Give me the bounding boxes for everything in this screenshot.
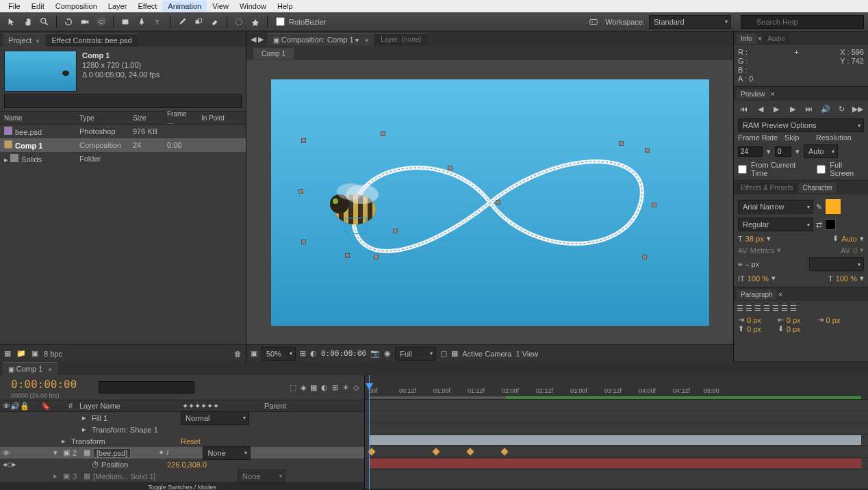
motion-blur-icon[interactable]: ◐ [321,383,328,392]
prev-frame-button[interactable]: ◀ [755,103,766,114]
fontsize-value[interactable]: 38 px [745,235,764,243]
rotobezier-checkbox[interactable] [276,17,285,26]
justify-all-icon[interactable]: ☰ [790,304,797,313]
comp-mini-flow-icon[interactable]: ⬚ [290,383,296,392]
last-frame-button[interactable]: ⏭ [804,103,815,114]
eyedropper-icon[interactable]: ✎ [816,203,822,211]
timeline-row-position[interactable]: ◂◇▸⏱ Position226.0,308.0 [0,459,364,470]
align-left-icon[interactable]: ☰ [737,304,743,313]
project-search[interactable] [4,94,242,108]
project-item-comp1[interactable]: Comp 1 Composition 24 0:00 [0,138,246,152]
menu-edit[interactable]: Edit [26,1,50,12]
type-tool[interactable]: T [151,14,166,29]
timeline-tracks[interactable]: 00f 00:12f 01:00f 01:12f 02:00f 02:12f 0… [365,375,868,490]
trash-icon[interactable]: 🗑 [234,350,242,358]
tab-info[interactable]: Info [737,34,756,44]
interpret-icon[interactable]: ▦ [4,349,11,358]
menu-view[interactable]: View [207,1,234,12]
viewer[interactable] [246,60,733,344]
timeline-row-fill[interactable]: ▸Fill 1Normal [0,412,364,424]
menu-composition[interactable]: Composition [50,1,103,12]
tab-preview[interactable]: Preview [737,89,769,99]
skip-input[interactable] [775,146,791,157]
roto-brush-tool[interactable] [231,14,246,29]
time-ruler[interactable]: 00f 00:12f 01:00f 01:12f 02:00f 02:12f 0… [365,375,868,400]
stroke-style-dropdown[interactable] [809,257,864,271]
justify-left-icon[interactable]: ☰ [763,304,770,313]
tab-character[interactable]: Character [799,183,837,193]
font-dropdown[interactable]: Arial Narrow [738,200,813,214]
workspace-dropdown[interactable]: Standard [649,15,731,29]
clone-tool[interactable] [191,14,206,29]
keyframe[interactable] [500,448,508,455]
parent-dropdown[interactable]: None [238,469,285,483]
search-help-input[interactable] [741,15,864,29]
timeline-search[interactable] [99,381,194,394]
menu-animation[interactable]: Animation [162,1,207,12]
zoom-tool[interactable] [37,14,52,29]
frame-blend-icon[interactable]: ▦ [310,383,317,392]
camera-tool[interactable] [77,14,92,29]
preview-res-dropdown[interactable]: Auto [804,144,838,158]
mute-button[interactable]: 🔊 [820,103,831,114]
leading-value[interactable]: Auto [841,235,857,243]
camera-label[interactable]: Active Camera [462,350,511,358]
tab-project[interactable]: Project× [3,34,45,47]
ram-options-dropdown[interactable]: RAM Preview Options [738,118,864,132]
stroke-color-swatch[interactable] [825,219,836,230]
folder-icon[interactable]: 📁 [16,349,26,358]
tab-composition[interactable]: ▣ Composition: Comp 1 ▾ × [268,33,374,46]
pen-tool[interactable] [134,14,149,29]
fontstyle-dropdown[interactable]: Regular [738,218,813,231]
bpc-label[interactable]: 8 bpc [44,350,62,358]
bee-layer[interactable] [324,175,386,230]
roi-icon[interactable]: ▢ [440,349,447,358]
timecode-display[interactable]: 0:00:00:00 [321,349,366,358]
graph-editor-icon[interactable]: ⊞ [332,383,338,392]
menu-layer[interactable]: Layer [103,1,133,12]
timeline-row-solid[interactable]: ▸▣3 ▦[Medium... Solid 1] None [0,470,364,482]
current-time[interactable]: 0:00:00:00 [5,376,82,392]
tab-paragraph[interactable]: Paragraph [737,289,777,300]
ram-preview-button[interactable]: ▶▶ [852,103,863,114]
menu-help[interactable]: Help [272,1,298,12]
tab-audio[interactable]: Audio [763,34,789,44]
fullscreen-checkbox[interactable] [817,165,826,174]
tab-effects-presets[interactable]: Effects & Presets [737,183,797,193]
justify-right-icon[interactable]: ☰ [781,304,788,313]
pan-behind-tool[interactable] [94,14,109,29]
transparency-icon[interactable]: ▦ [451,349,458,358]
rotation-tool[interactable] [61,14,76,29]
next-frame-button[interactable]: ▶ [787,103,798,114]
selection-tool[interactable] [4,14,19,29]
project-item-bee[interactable]: bee.psd Photoshop 976 KB [0,125,246,138]
channel-icon[interactable]: ◉ [384,349,391,358]
keyframe[interactable] [432,448,439,455]
keyframe[interactable] [466,448,474,455]
brush-tool[interactable] [175,14,190,29]
rect-tool[interactable] [118,14,133,29]
comp-icon[interactable]: ▣ [31,349,38,358]
swap-colors-icon[interactable]: ⇄ [816,220,822,229]
from-current-checkbox[interactable] [738,165,747,174]
draft3d-icon[interactable]: ◈ [301,383,306,392]
fill-color-swatch[interactable] [825,198,841,215]
resolution-dropdown[interactable]: Full [395,347,436,361]
puppet-tool[interactable] [248,14,263,29]
project-item-solids[interactable]: ▸ Solids Folder [0,152,246,166]
comp-subtab[interactable]: Comp 1 [253,48,294,60]
close-icon[interactable]: × [363,37,368,44]
hand-tool[interactable] [21,14,36,29]
grid-icon[interactable]: ⊞ [300,349,306,358]
sync-settings-icon[interactable] [586,14,601,29]
tab-effect-controls[interactable]: Effect Controls: bee.psd [47,34,138,47]
timeline-row-transform[interactable]: ▸TransformReset [0,435,364,447]
first-frame-button[interactable]: ⏮ [739,103,750,114]
playhead[interactable] [369,375,370,490]
eraser-tool[interactable] [207,14,222,29]
zoom-dropdown[interactable]: 50% [261,347,296,361]
auto-keyframe-icon[interactable]: ◇ [353,383,359,392]
canvas[interactable] [271,79,709,326]
always-preview-icon[interactable]: ▣ [251,349,257,358]
menu-file[interactable]: File [3,1,26,12]
